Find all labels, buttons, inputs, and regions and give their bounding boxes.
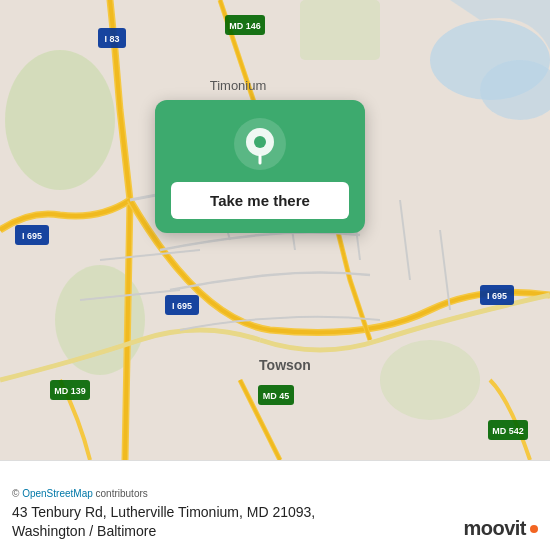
- svg-point-3: [5, 50, 115, 190]
- address-line1: 43 Tenbury Rd, Lutherville Timonium, MD …: [12, 504, 315, 520]
- svg-text:MD 45: MD 45: [263, 391, 290, 401]
- map-container: I 83 I 695 I 695 I 695 MD 146 MD 146 MD …: [0, 0, 550, 460]
- location-pin-icon: [234, 118, 286, 170]
- svg-text:Towson: Towson: [259, 357, 311, 373]
- svg-point-5: [380, 340, 480, 420]
- svg-point-29: [254, 136, 266, 148]
- svg-text:MD 146: MD 146: [229, 21, 261, 31]
- take-me-there-button[interactable]: Take me there: [171, 182, 349, 219]
- location-card: Take me there: [155, 100, 365, 233]
- osm-attribution: © OpenStreetMap contributors: [12, 488, 538, 499]
- attribution-suffix: contributors: [93, 488, 148, 499]
- svg-text:MD 542: MD 542: [492, 426, 524, 436]
- bottom-bar: © OpenStreetMap contributors 43 Tenbury …: [0, 460, 550, 550]
- svg-rect-6: [300, 0, 380, 60]
- svg-text:MD 139: MD 139: [54, 386, 86, 396]
- osm-link[interactable]: OpenStreetMap: [22, 488, 93, 499]
- svg-text:I 695: I 695: [487, 291, 507, 301]
- attribution-prefix: ©: [12, 488, 22, 499]
- moovit-logo-dot: [530, 525, 538, 533]
- moovit-logo: moovit: [463, 517, 538, 540]
- address-line2: Washington / Baltimore: [12, 523, 156, 539]
- moovit-logo-text: moovit: [463, 517, 526, 540]
- svg-text:I 695: I 695: [172, 301, 192, 311]
- svg-text:Timonium: Timonium: [210, 78, 267, 93]
- svg-text:I 83: I 83: [104, 34, 119, 44]
- address-line: 43 Tenbury Rd, Lutherville Timonium, MD …: [12, 503, 538, 542]
- svg-text:I 695: I 695: [22, 231, 42, 241]
